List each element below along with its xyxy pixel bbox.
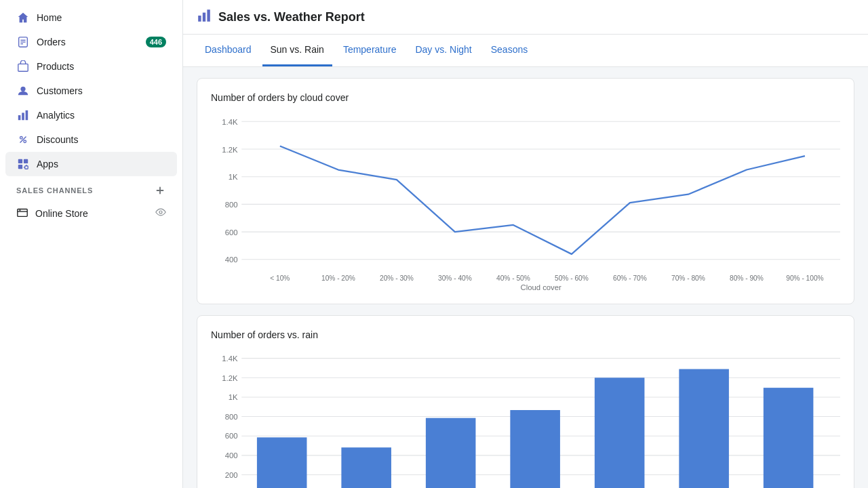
orders-icon [16,35,30,49]
sidebar-item-label: Customers [37,85,83,96]
page-title: Sales vs. Weather Report [218,10,365,24]
svg-text:400: 400 [225,256,238,264]
svg-point-19 [20,210,20,211]
sidebar-item-home[interactable]: Home [5,5,177,30]
svg-point-10 [24,140,26,143]
svg-text:400: 400 [225,451,238,460]
svg-rect-12 [18,159,22,163]
svg-text:20% - 30%: 20% - 30% [380,274,414,282]
sidebar-item-label: Apps [37,159,58,169]
bar-extreme-rain [764,388,814,488]
tab-temperature[interactable]: Temperature [335,35,405,66]
svg-rect-6 [18,115,21,120]
sidebar-item-customers[interactable]: Customers [5,79,177,103]
apps-icon [16,157,30,171]
sidebar-item-label: Analytics [37,110,75,121]
svg-text:200: 200 [225,471,238,479]
svg-rect-18 [18,209,27,217]
sidebar-item-apps[interactable]: Apps [5,152,177,176]
svg-text:1.4K: 1.4K [222,354,238,363]
svg-text:40% - 50%: 40% - 50% [496,274,530,282]
svg-text:70% - 80%: 70% - 80% [671,274,705,282]
sidebar-item-products[interactable]: Products [5,54,177,79]
bar-chart-title: Number of orders vs. rain [211,329,840,340]
bar-no-rain [257,437,307,488]
line-chart-card: Number of orders by cloud cover 1.4K 1.2… [197,78,854,304]
products-icon [16,60,30,73]
bar-chart-area: 1.4K 1.2K 1K 800 600 400 200 0 [211,351,840,488]
svg-rect-23 [207,9,210,22]
svg-text:90% - 100%: 90% - 100% [786,274,823,282]
charts-container: Number of orders by cloud cover 1.4K 1.2… [183,78,868,488]
bar-very-heavy-rain [679,369,729,488]
discounts-icon [16,133,30,146]
svg-text:1K: 1K [229,393,239,401]
bar-very-light-rain [341,447,391,488]
sidebar-item-label: Discounts [37,134,78,145]
sales-channels-section: SALES CHANNELS [0,176,182,201]
main-content: Sales vs. Weather Report Dashboard Sun v… [183,0,868,488]
svg-text:< 10%: < 10% [270,274,290,282]
tabs-bar: Dashboard Sun vs. Rain Temperature Day v… [183,35,868,67]
svg-text:50% - 60%: 50% - 60% [555,274,589,282]
svg-rect-4 [18,64,28,71]
tab-sun-vs-rain[interactable]: Sun vs. Rain [262,35,332,66]
line-chart-title: Number of orders by cloud cover [211,92,840,103]
svg-text:800: 800 [225,413,238,421]
svg-text:1.2K: 1.2K [222,374,238,382]
svg-rect-8 [26,110,28,120]
svg-point-5 [20,87,25,92]
online-store-label: Online Store [35,208,88,219]
svg-text:30% - 40%: 30% - 40% [438,274,472,282]
svg-text:60% - 70%: 60% - 70% [613,274,647,282]
bar-chart-svg: 1.4K 1.2K 1K 800 600 400 200 0 [211,351,840,488]
bar-chart-card: Number of orders vs. rain 1.4K 1.2K [197,315,854,488]
orders-badge: 446 [146,37,166,47]
online-store-icon [16,206,28,220]
bar-moderate-rain [510,410,560,488]
bar-light-rain [426,418,476,488]
sidebar-item-label: Home [37,12,62,23]
svg-text:1.4K: 1.4K [222,118,238,126]
page-header-icon [197,8,212,26]
sidebar: Home Orders 446 Products Customers Analy… [0,0,183,488]
add-channel-icon[interactable] [154,184,166,197]
svg-point-20 [159,211,162,214]
sidebar-item-online-store[interactable]: Online Store [5,201,177,226]
page-header: Sales vs. Weather Report [183,0,868,35]
svg-line-11 [20,137,26,143]
analytics-icon [16,108,30,122]
svg-rect-21 [198,16,201,22]
line-chart-svg: 1.4K 1.2K 1K 800 600 400 < 10% 10% - 20%… [211,114,840,290]
tab-seasons[interactable]: Seasons [483,35,536,66]
sidebar-item-orders[interactable]: Orders 446 [5,30,177,54]
svg-rect-14 [18,165,22,169]
sidebar-item-label: Orders [37,37,66,47]
svg-text:1.2K: 1.2K [222,146,238,154]
svg-text:1K: 1K [229,173,238,181]
svg-text:Cloud cover: Cloud cover [520,283,561,290]
svg-text:600: 600 [225,432,238,441]
svg-rect-13 [24,159,28,163]
home-icon [16,11,30,24]
tab-dashboard[interactable]: Dashboard [197,35,260,66]
svg-point-9 [20,137,23,140]
sidebar-item-discounts[interactable]: Discounts [5,127,177,152]
bar-heavy-rain [595,378,645,488]
svg-rect-7 [22,113,24,120]
svg-rect-15 [25,166,28,169]
tab-day-vs-night[interactable]: Day vs. Night [407,35,479,66]
customers-icon [16,84,30,98]
eye-icon[interactable] [155,207,166,220]
sidebar-item-analytics[interactable]: Analytics [5,103,177,127]
svg-text:600: 600 [225,228,238,237]
svg-text:800: 800 [225,201,238,209]
svg-text:10% - 20%: 10% - 20% [321,274,355,282]
line-chart-area: 1.4K 1.2K 1K 800 600 400 < 10% 10% - 20%… [211,114,840,290]
sidebar-item-label: Products [37,61,74,72]
svg-text:80% - 90%: 80% - 90% [730,274,764,282]
svg-rect-22 [203,13,205,22]
